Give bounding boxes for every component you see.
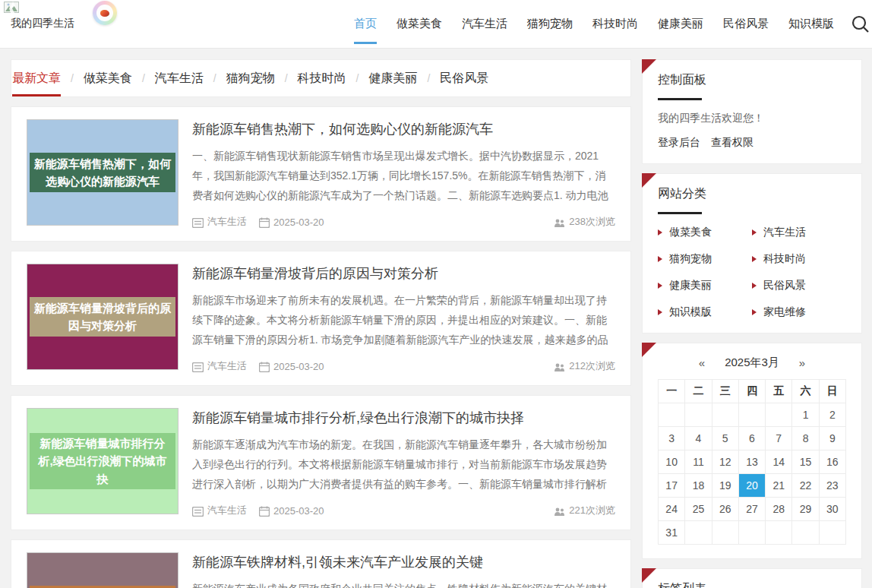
nav-item-knowledge[interactable]: 知识模版: [788, 0, 834, 48]
category-link-car[interactable]: 汽车生活: [752, 226, 846, 239]
calendar-date-cell[interactable]: 7: [766, 427, 792, 450]
calendar-date-cell[interactable]: 8: [792, 427, 819, 450]
article-card: 新能源车销量城市排行分析,绿色出行浪潮下的城市抉 新能源车销量城市排行分析,绿色…: [11, 395, 631, 530]
category-link-appliance[interactable]: 家电维修: [752, 305, 846, 319]
login-backend-link[interactable]: 登录后台: [658, 136, 700, 148]
nav-item-tech[interactable]: 科技时尚: [592, 0, 638, 48]
nav-item-car[interactable]: 汽车生活: [462, 0, 507, 48]
calendar-date-cell[interactable]: 12: [712, 450, 738, 474]
widget-title: 控制面板: [658, 72, 846, 88]
ribbon-corner-icon: [642, 59, 656, 74]
article-date: 2025-03-20: [259, 217, 324, 228]
widget-tag-list: 标签列表: [642, 568, 862, 588]
views-icon: [554, 218, 565, 228]
category-link-tech[interactable]: 科技时尚: [752, 252, 846, 266]
calendar-date-cell[interactable]: 21: [766, 474, 792, 498]
article-title[interactable]: 新能源车销量滑坡背后的原因与对策分析: [192, 264, 615, 283]
calendar-prev-button[interactable]: «: [696, 356, 708, 369]
calendar-day-header: 六: [792, 380, 819, 403]
calendar-date-cell[interactable]: 26: [712, 498, 738, 521]
category-link-pets[interactable]: 猫狗宠物: [658, 252, 752, 266]
tab-latest[interactable]: 最新文章: [12, 60, 61, 96]
tab-car[interactable]: 汽车生活: [155, 60, 204, 96]
article-excerpt: 新能源车市场迎来了前所未有的发展机遇。在一片繁荣的背后，新能源车销量却出现了持续…: [192, 290, 615, 349]
site-logo[interactable]: 我的四季生活: [0, 0, 167, 48]
tab-folk[interactable]: 民俗风景: [440, 60, 488, 96]
sidebar: 控制面板 我的四季生活欢迎您！ 登录后台 查看权限 网站分类 做菜美食 汽车生活…: [642, 59, 862, 588]
article-excerpt: 新能源车逐渐成为汽车市场的新宠。在我国，新能源汽车销量逐年攀升，各大城市纷纷加入…: [192, 435, 615, 494]
tab-separator: /: [427, 72, 430, 84]
calendar-date-cell[interactable]: 2: [819, 403, 845, 427]
calendar-date-cell[interactable]: 23: [819, 474, 845, 498]
category-link-folk[interactable]: 民俗风景: [752, 279, 846, 292]
article-title[interactable]: 新能源车铁牌材料,引领未来汽车产业发展的关键: [192, 552, 615, 572]
welcome-text: 我的四季生活欢迎您！: [658, 112, 846, 125]
main-nav: 首页 做菜美食 汽车生活 猫狗宠物 科技时尚 健康美丽 民俗风景 知识模版: [334, 0, 872, 48]
tab-tech[interactable]: 科技时尚: [298, 60, 346, 96]
floating-badge-icon[interactable]: [93, 1, 117, 25]
calendar-date-cell[interactable]: 10: [659, 450, 685, 474]
category-link-knowledge[interactable]: 知识模版: [658, 305, 752, 319]
calendar-date-cell[interactable]: 3: [659, 427, 685, 450]
nav-item-pets[interactable]: 猫狗宠物: [527, 0, 573, 48]
calendar-date-cell[interactable]: 14: [766, 450, 792, 474]
calendar-date-cell[interactable]: 22: [792, 474, 819, 498]
calendar-date-cell[interactable]: 16: [819, 450, 845, 474]
calendar-date-cell[interactable]: 25: [685, 498, 712, 521]
view-permissions-link[interactable]: 查看权限: [711, 136, 754, 148]
tab-health[interactable]: 健康美丽: [368, 60, 417, 96]
calendar-day-header: 日: [819, 380, 845, 403]
calendar-date-cell[interactable]: 27: [738, 498, 765, 521]
calendar-date-cell[interactable]: 4: [685, 427, 712, 450]
calendar-date-cell[interactable]: 28: [766, 498, 792, 521]
calendar-date-cell[interactable]: 19: [712, 474, 738, 498]
calendar-empty-cell: [766, 521, 792, 545]
nav-item-folk[interactable]: 民俗风景: [723, 0, 769, 48]
site-title[interactable]: 我的四季生活: [11, 17, 74, 30]
title-underline: [658, 98, 702, 100]
calendar-empty-cell: [792, 521, 819, 545]
calendar-date-cell[interactable]: 30: [819, 498, 845, 521]
tab-pets[interactable]: 猫狗宠物: [226, 60, 275, 96]
article-card: 新能源车销售热潮下，如何选购心仪的新能源汽车 新能源车销售热潮下，如何选购心仪的…: [11, 106, 631, 242]
title-underline: [658, 212, 702, 214]
calendar-date-cell[interactable]: 29: [792, 498, 819, 521]
calendar-date-cell[interactable]: 20: [738, 474, 765, 498]
article-title[interactable]: 新能源车销量城市排行分析,绿色出行浪潮下的城市抉择: [192, 408, 615, 428]
article-category: 汽车生活: [192, 359, 247, 373]
nav-item-health[interactable]: 健康美丽: [658, 0, 703, 48]
calendar-date-cell[interactable]: 31: [659, 521, 685, 545]
article-thumbnail[interactable]: 新能源车销量滑坡背后的原因与对策分析: [27, 264, 179, 370]
article-thumbnail[interactable]: 新能源车销量城市排行分析,绿色出行浪潮下的城市抉: [27, 408, 179, 514]
nav-item-home[interactable]: 首页: [354, 0, 377, 48]
calendar-empty-cell: [659, 403, 685, 427]
article-card: 新能源车销量滑坡背后的原因与对策分析 新能源车销量滑坡背后的原因与对策分析 新能…: [11, 251, 631, 386]
article-title[interactable]: 新能源车销售热潮下，如何选购心仪的新能源汽车: [192, 119, 615, 139]
calendar-date-cell[interactable]: 13: [738, 450, 765, 474]
calendar-next-button[interactable]: »: [796, 356, 808, 369]
calendar-date-cell[interactable]: 1: [792, 403, 819, 427]
widget-title: 网站分类: [658, 186, 846, 202]
thumbnail-image: 新能源车销量滑坡背后的原因与对策分析: [30, 267, 175, 367]
category-link-health[interactable]: 健康美丽: [658, 279, 752, 292]
arrow-bullet-icon: [658, 229, 662, 236]
calendar-date-cell[interactable]: 17: [659, 474, 685, 498]
calendar-day-header: 五: [766, 380, 792, 403]
calendar-date-cell[interactable]: 15: [792, 450, 819, 474]
search-icon[interactable]: [851, 0, 870, 48]
calendar-date-cell[interactable]: 18: [685, 474, 712, 498]
tab-separator: /: [71, 72, 74, 84]
article-thumbnail[interactable]: [27, 552, 179, 588]
calendar-date-cell[interactable]: 9: [819, 427, 845, 450]
calendar-date-cell[interactable]: 11: [685, 450, 712, 474]
calendar-date-cell[interactable]: 6: [738, 427, 765, 450]
nav-item-cooking[interactable]: 做菜美食: [397, 0, 442, 48]
category-icon: [192, 362, 204, 372]
calendar-date-cell[interactable]: 24: [659, 498, 685, 521]
views-icon: [554, 507, 565, 517]
category-link-cooking[interactable]: 做菜美食: [658, 226, 752, 239]
article-thumbnail[interactable]: 新能源车销售热潮下，如何选购心仪的新能源汽车: [27, 119, 179, 226]
tab-cooking[interactable]: 做菜美食: [84, 60, 132, 96]
calendar-empty-cell: [712, 521, 738, 545]
calendar-date-cell[interactable]: 5: [712, 427, 738, 450]
